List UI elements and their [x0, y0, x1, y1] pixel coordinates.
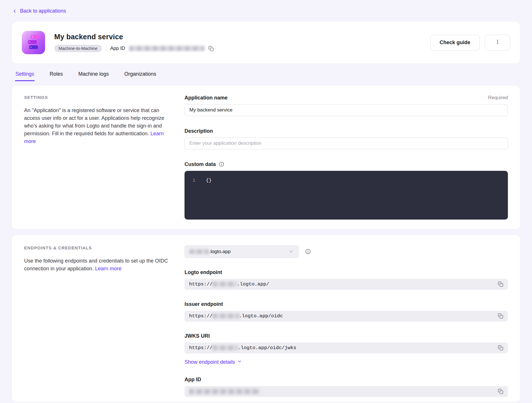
tab-machine-logs[interactable]: Machine logs [78, 71, 109, 81]
tab-organizations[interactable]: Organizations [124, 71, 157, 81]
url-prefix: https:// [189, 281, 213, 287]
app-header-info: My backend service Machine-to-Machine Ap… [54, 33, 214, 52]
custom-data-editor[interactable]: 1 {} [185, 171, 508, 220]
check-guide-button[interactable]: Check guide [430, 35, 480, 50]
editor-code: {} [206, 178, 211, 183]
application-name-input[interactable] [185, 104, 508, 116]
editor-line-number: 1 [193, 178, 195, 183]
chevron-down-icon [289, 249, 294, 254]
domain-select[interactable]: .logto.app [185, 245, 299, 258]
description-group: Description [185, 128, 508, 149]
url-suffix: .logto.app/ [237, 281, 269, 287]
domain-value-redacted [189, 249, 209, 254]
tenant-id-redacted [213, 282, 237, 287]
logto-endpoint-field: https:// .logto.app/ [185, 279, 508, 290]
app-logo [22, 31, 45, 54]
app-id-field [185, 386, 508, 397]
app-meta-row: Machine-to-Machine App ID [54, 45, 214, 52]
show-details-label: Show endpoint details [185, 359, 235, 365]
endpoints-section-intro: ENDPOINTS & CREDENTIALS Use the followin… [24, 245, 172, 273]
custom-data-group: Custom data 1 {} [185, 161, 508, 220]
url-prefix: https:// [189, 345, 213, 351]
tab-roles[interactable]: Roles [49, 71, 63, 81]
jwks-uri-label: JWKS URI [185, 333, 210, 339]
page: Back to applications [0, 0, 532, 402]
tenant-id-redacted [213, 314, 239, 318]
header-actions: Check guide [430, 35, 510, 50]
custom-data-label: Custom data [185, 161, 216, 167]
domain-select-row: .logto.app [185, 245, 508, 258]
settings-card: SETTINGS An "Application" is a registere… [12, 86, 520, 229]
chevron-left-icon [12, 9, 17, 14]
meta-divider [106, 46, 106, 51]
endpoints-card: ENDPOINTS & CREDENTIALS Use the followin… [12, 235, 520, 402]
copy-jwks-uri-button[interactable] [498, 345, 503, 351]
back-to-applications-link[interactable]: Back to applications [12, 8, 66, 14]
copy-app-id-button[interactable] [208, 46, 214, 51]
settings-form: Application name Required Description Cu… [185, 95, 508, 220]
description-input[interactable] [185, 138, 508, 149]
application-name-group: Application name Required [185, 95, 508, 116]
endpoints-form: .logto.app Logto endpoint https:// .logt… [185, 245, 508, 397]
copy-logto-endpoint-button[interactable] [498, 281, 503, 287]
endpoints-learn-more-link[interactable]: Learn more [95, 266, 121, 271]
chevron-down-icon [237, 359, 242, 365]
settings-section-heading: SETTINGS [24, 95, 172, 100]
tab-settings[interactable]: Settings [15, 71, 35, 81]
tenant-id-redacted [213, 345, 238, 350]
required-indicator: Required [488, 95, 508, 101]
info-icon[interactable] [219, 161, 224, 167]
app-id-field-label: App ID [185, 377, 201, 383]
app-id-group: App ID [185, 377, 508, 397]
domain-info-icon[interactable] [305, 249, 311, 255]
jwks-uri-group: JWKS URI https:// .logto.app/oidc/jwks [185, 333, 508, 353]
url-suffix: .logto.app/oidc [239, 313, 283, 319]
tab-bar: Settings Roles Machine logs Organization… [12, 71, 520, 81]
url-prefix: https:// [189, 313, 213, 319]
application-name-label: Application name [185, 95, 228, 101]
copy-app-id-field-button[interactable] [498, 389, 503, 394]
settings-section-intro: SETTINGS An "Application" is a registere… [24, 95, 172, 145]
endpoints-section-heading: ENDPOINTS & CREDENTIALS [24, 245, 172, 250]
app-id-value-redacted [129, 46, 204, 51]
show-endpoint-details-link[interactable]: Show endpoint details [185, 359, 242, 365]
logto-endpoint-group: Logto endpoint https:// .logto.app/ [185, 269, 508, 290]
app-type-badge: Machine-to-Machine [54, 45, 102, 52]
app-id-value-redacted [189, 389, 260, 394]
issuer-endpoint-group: Issuer endpoint https:// .logto.app/oidc [185, 301, 508, 322]
url-suffix: .logto.app/oidc/jwks [238, 345, 296, 351]
logto-endpoint-label: Logto endpoint [185, 269, 222, 275]
app-title: My backend service [54, 33, 214, 41]
description-label: Description [185, 128, 213, 134]
back-link-label: Back to applications [20, 8, 66, 14]
show-details-row: Show endpoint details [185, 359, 508, 365]
app-header-card: My backend service Machine-to-Machine Ap… [12, 22, 520, 63]
copy-issuer-endpoint-button[interactable] [498, 313, 503, 319]
more-actions-button[interactable] [485, 35, 510, 50]
kebab-icon [495, 39, 500, 46]
jwks-uri-field: https:// .logto.app/oidc/jwks [185, 343, 508, 353]
issuer-endpoint-field: https:// .logto.app/oidc [185, 311, 508, 322]
issuer-endpoint-label: Issuer endpoint [185, 301, 223, 307]
domain-suffix: .logto.app [209, 249, 231, 255]
settings-section-description: An "Application" is a registered softwar… [24, 107, 164, 136]
app-id-label: App ID [110, 46, 125, 51]
